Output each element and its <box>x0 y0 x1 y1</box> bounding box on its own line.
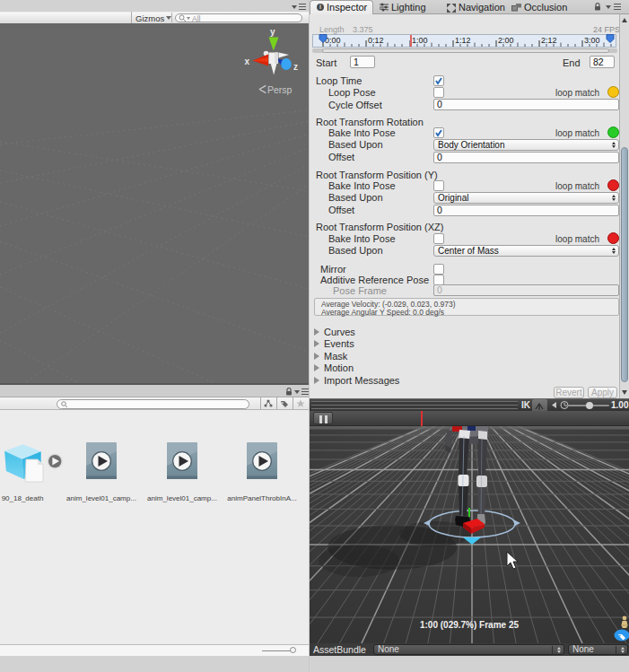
svg-text:y: y <box>270 27 275 37</box>
svg-text:3:00: 3:00 <box>584 36 600 45</box>
svg-text:1:00 (029.7%) Frame 25: 1:00 (029.7%) Frame 25 <box>420 620 520 630</box>
svg-text:x: x <box>245 57 250 66</box>
svg-text:0:00: 0:00 <box>325 36 341 45</box>
svg-text:1:00: 1:00 <box>412 36 428 45</box>
svg-text:2:00: 2:00 <box>498 36 514 45</box>
svg-text:Persp: Persp <box>267 84 293 95</box>
svg-text:1:12: 1:12 <box>455 36 471 45</box>
svg-text:0:12: 0:12 <box>368 36 384 45</box>
svg-text:2:12: 2:12 <box>541 36 557 45</box>
svg-text:z: z <box>293 62 298 72</box>
